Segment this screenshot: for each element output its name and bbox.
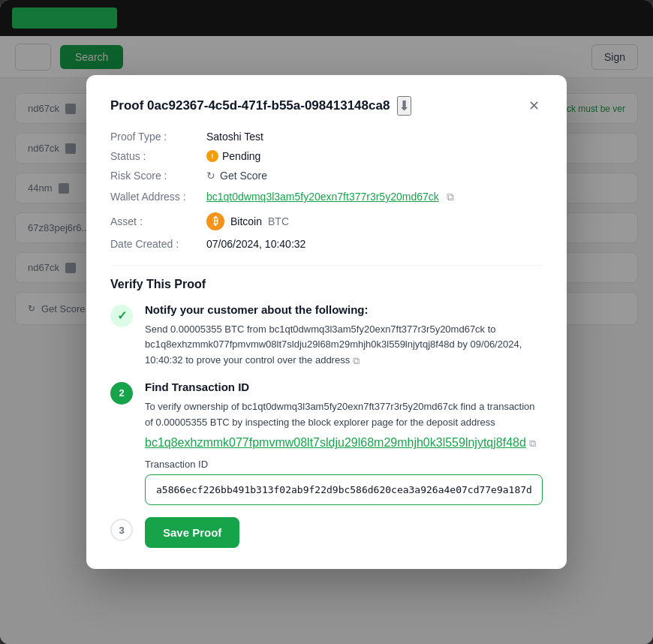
step-1-copy-button[interactable]: ⧉ [353,355,360,367]
verify-section: Verify This Proof ✓ Notify your customer… [110,278,543,549]
deposit-address-copy-button[interactable]: ⧉ [529,438,536,450]
txid-input[interactable] [145,474,543,505]
modal-title-row: Proof 0ac92367-4c5d-471f-b55a-098413148c… [110,96,411,116]
asset-ticker: BTC [268,215,289,227]
save-proof-button[interactable]: Save Proof [145,517,239,548]
step-1-content: Notify your customer about the following… [145,303,543,369]
asset-info: ₿ Bitcoin BTC [206,212,289,230]
divider [110,265,543,266]
wallet-address[interactable]: bc1qt0dwmq3l3am5fy20exn7ft377r3r5y20md67… [206,191,439,203]
download-button[interactable]: ⬇ [397,96,411,116]
proof-info-table: Proof Type : Satoshi Test Status : ! Pen… [110,131,543,250]
asset-label: Asset : [110,215,200,227]
date-value: 07/06/2024, 10:40:32 [206,238,305,250]
steps-container: ✓ Notify your customer about the followi… [110,303,543,549]
refresh-icon: ↻ [206,170,215,182]
risk-score-label: Risk Score : [110,170,200,182]
step-2-text: To verify ownership of bc1qt0dwmq3l3am5f… [145,399,543,431]
step-2-heading: Find Transaction ID [145,381,543,393]
step-2-content: Find Transaction ID To verify ownership … [145,381,543,506]
step-1-row: ✓ Notify your customer about the followi… [110,303,543,369]
step-2-deposit-row: bc1q8exhzmmk077fpmvmw08lt7sldju29l68m29m… [145,436,543,450]
status-badge: ! Pending [206,150,260,162]
risk-score-row: Risk Score : ↻ Get Score [110,170,543,182]
proof-type-value: Satoshi Test [206,131,263,143]
modal-overlay: Proof 0ac92367-4c5d-471f-b55a-098413148c… [0,0,653,644]
asset-name: Bitcoin [230,215,262,227]
step-2-row: 2 Find Transaction ID To verify ownershi… [110,381,543,506]
wallet-label: Wallet Address : [110,191,200,203]
wallet-row: Wallet Address : bc1qt0dwmq3l3am5fy20exn… [110,189,543,205]
proof-type-row: Proof Type : Satoshi Test [110,131,543,143]
txid-label: Transaction ID [145,459,543,470]
status-dot: ! [206,150,218,162]
status-label: Status : [110,150,200,162]
btc-logo: ₿ [206,212,224,230]
modal-title: Proof 0ac92367-4c5d-471f-b55a-098413148c… [110,98,390,113]
date-row: Date Created : 07/06/2024, 10:40:32 [110,238,543,250]
status-value: Pending [222,150,260,162]
date-label: Date Created : [110,238,200,250]
step-3-content: Save Proof [145,517,543,548]
verify-title: Verify This Proof [110,278,543,291]
proof-type-label: Proof Type : [110,131,200,143]
step-1-text: Send 0.00005355 BTC from bc1qt0dwmq3l3am… [145,322,543,369]
risk-score-button[interactable]: ↻ Get Score [206,170,267,182]
step-3-row: 3 Save Proof [110,517,543,548]
step-1-heading: Notify your customer about the following… [145,303,543,316]
risk-score-text: Get Score [220,170,267,182]
modal-header: Proof 0ac92367-4c5d-471f-b55a-098413148c… [110,96,543,116]
status-row: Status : ! Pending [110,150,543,162]
deposit-address-link[interactable]: bc1q8exhzmmk077fpmvmw08lt7sldju29l68m29m… [145,436,526,449]
asset-row: Asset : ₿ Bitcoin BTC [110,212,543,230]
step-3-indicator: 3 [110,519,133,541]
close-button[interactable]: ✕ [525,96,543,116]
step-1-indicator: ✓ [110,305,133,327]
txid-section: Transaction ID [145,459,543,505]
proof-modal: Proof 0ac92367-4c5d-471f-b55a-098413148c… [86,75,567,570]
step-2-indicator: 2 [110,382,133,405]
wallet-copy-button[interactable]: ⧉ [445,189,456,205]
